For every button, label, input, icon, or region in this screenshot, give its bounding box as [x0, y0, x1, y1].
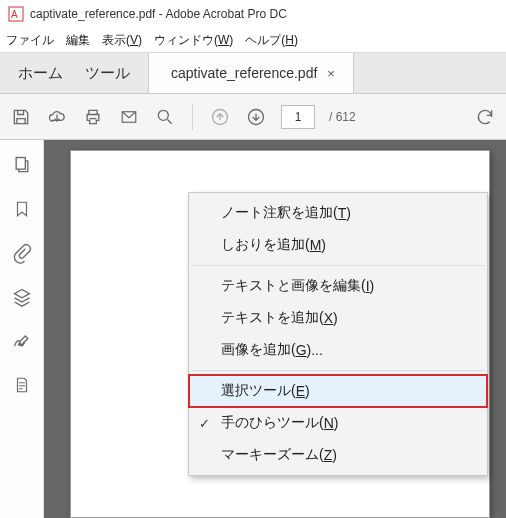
menu-hand-tool[interactable]: ✓手のひらツール(N): [189, 407, 487, 439]
toolbar: / 612: [0, 94, 506, 140]
tab-tools[interactable]: ツール: [85, 64, 130, 83]
menu-add-note[interactable]: ノート注釈を追加(T): [189, 197, 487, 229]
save-icon[interactable]: [10, 106, 32, 128]
menu-selection-tool[interactable]: 選択ツール(E): [189, 375, 487, 407]
tab-home[interactable]: ホーム: [18, 64, 63, 83]
menu-edit-text-image[interactable]: テキストと画像を編集(I): [189, 270, 487, 302]
menu-file[interactable]: ファイル: [6, 32, 54, 49]
thumbnails-icon[interactable]: [11, 154, 33, 176]
bookmark-icon[interactable]: [11, 198, 33, 220]
menu-marquee-zoom[interactable]: マーキーズーム(Z): [189, 439, 487, 471]
context-menu: ノート注釈を追加(T) しおりを追加(M) テキストと画像を編集(I) テキスト…: [188, 192, 488, 476]
layers-icon[interactable]: [11, 286, 33, 308]
menu-separator: [191, 370, 485, 371]
page-total: / 612: [329, 110, 356, 124]
close-tab-icon[interactable]: ×: [327, 66, 335, 81]
menu-view[interactable]: 表示(V): [102, 32, 142, 49]
window-title: captivate_reference.pdf - Adobe Acrobat …: [30, 7, 287, 21]
cloud-icon[interactable]: [46, 106, 68, 128]
document-tab[interactable]: captivate_reference.pdf ×: [149, 53, 354, 93]
menu-bar: ファイル 編集 表示(V) ウィンドウ(W) ヘルプ(H): [0, 28, 506, 52]
menu-add-image[interactable]: 画像を追加(G)...: [189, 334, 487, 366]
search-icon[interactable]: [154, 106, 176, 128]
svg-text:A: A: [11, 9, 18, 20]
check-icon: ✓: [199, 416, 210, 431]
app-icon: A: [8, 6, 24, 22]
menu-edit[interactable]: 編集: [66, 32, 90, 49]
page-number-input[interactable]: [281, 105, 315, 129]
svg-point-3: [158, 110, 168, 120]
menu-add-text[interactable]: テキストを追加(X): [189, 302, 487, 334]
document-tab-label: captivate_reference.pdf: [171, 65, 317, 81]
menu-separator: [191, 265, 485, 266]
menu-add-bookmark[interactable]: しおりを追加(M): [189, 229, 487, 261]
menu-help[interactable]: ヘルプ(H): [245, 32, 298, 49]
svg-rect-6: [16, 158, 25, 170]
page-down-icon[interactable]: [245, 106, 267, 128]
refresh-icon[interactable]: [474, 106, 496, 128]
attachment-icon[interactable]: [11, 242, 33, 264]
print-icon[interactable]: [82, 106, 104, 128]
tab-bar: ホーム ツール captivate_reference.pdf ×: [0, 52, 506, 94]
page-up-icon[interactable]: [209, 106, 231, 128]
mail-icon[interactable]: [118, 106, 140, 128]
document-icon[interactable]: [11, 374, 33, 396]
toolbar-divider: [192, 104, 193, 130]
title-bar: A captivate_reference.pdf - Adobe Acroba…: [0, 0, 506, 28]
left-panel: [0, 140, 44, 518]
menu-window[interactable]: ウィンドウ(W): [154, 32, 233, 49]
sign-icon[interactable]: [11, 330, 33, 352]
